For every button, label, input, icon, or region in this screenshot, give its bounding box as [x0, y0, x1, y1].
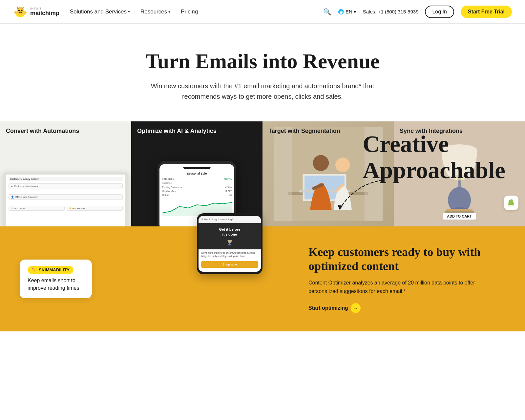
bottom-heading: Keep customers ready to buy with optimiz…: [308, 245, 505, 273]
email-phone-mockup: Subject: Forgot something? Get it before…: [197, 213, 262, 274]
logo-mailchimp: mailchimp: [30, 10, 59, 16]
resources-nav-link[interactable]: Resources ▾: [140, 9, 170, 15]
automations-tile[interactable]: Convert with Automations Customer Journe…: [0, 121, 131, 226]
bottom-description: Content Optimizer analyzes an average of…: [308, 279, 505, 295]
arrow-circle-icon: →: [351, 303, 361, 313]
nav-right: 🔍 🌐 EN ▾ Sales: +1 (800) 315-5939 Log In…: [323, 6, 512, 18]
creative-arrow: [336, 177, 389, 216]
logo-text: INTUIT mailchimp: [30, 7, 59, 16]
journey-title: Customer Journey Builder: [9, 177, 123, 181]
segmentation-label: Target with Segmentation: [268, 127, 340, 135]
freddie-icon: [13, 5, 28, 19]
bottom-left: ✏️ SKIMMABILITY Keep emails short to imp…: [0, 226, 289, 331]
svg-point-3: [23, 11, 27, 14]
solutions-label: Solutions and Services: [70, 9, 127, 15]
pricing-nav-link[interactable]: Pricing: [181, 9, 198, 15]
add-to-cart-button[interactable]: ADD TO CART: [443, 213, 476, 220]
email-subject-text: Subject: Forgot something?: [201, 218, 233, 221]
svg-point-13: [335, 158, 350, 172]
email-hero-text-2: it's gone: [222, 232, 237, 237]
hero-subtitle: Win new customers with the #1 email mark…: [148, 81, 377, 102]
journey-node-4: 🔔 Send Reminder: [67, 206, 123, 211]
nav-left: INTUIT mailchimp Solutions and Services …: [13, 5, 198, 19]
email-subject: Subject: Forgot something?: [199, 216, 261, 223]
skimmability-badge: ✏️ SKIMMABILITY: [28, 266, 74, 274]
logo[interactable]: INTUIT mailchimp: [13, 5, 59, 19]
svg-point-29: [228, 244, 231, 246]
ai-tile[interactable]: Optimize with AI & Analytics Seasonal Sa…: [131, 121, 262, 226]
journey-node-2: 👤 If/Else New Customer: [9, 194, 123, 200]
svg-text:SHOP: SHOP: [509, 204, 514, 206]
shopify-badge: SHOP: [504, 196, 518, 210]
journey-node-3: 📧 Send Discount: [9, 206, 65, 211]
resources-label: Resources: [140, 9, 167, 15]
skimmability-badge-label: SKIMMABILITY: [39, 268, 70, 273]
login-button[interactable]: Log In: [425, 6, 454, 18]
skimmability-card: ✏️ SKIMMABILITY Keep emails short to imp…: [20, 260, 92, 299]
solutions-nav-link[interactable]: Solutions and Services ▾: [70, 9, 130, 15]
start-optimizing-link[interactable]: Start optimizing →: [308, 303, 505, 313]
automations-label: Convert with Automations: [6, 127, 79, 135]
svg-point-12: [313, 155, 329, 171]
pricing-label: Pricing: [181, 9, 198, 15]
navbar: INTUIT mailchimp Solutions and Services …: [0, 0, 525, 24]
svg-point-6: [19, 11, 21, 12]
ai-label: Optimize with AI & Analytics: [137, 127, 217, 135]
shopify-icon: SHOP: [507, 199, 515, 207]
laptop-mockup: Customer Journey Builder ▶ Customer aban…: [3, 172, 128, 226]
sales-phone: Sales: +1 (800) 315-5939: [363, 9, 419, 14]
start-trial-button[interactable]: Start Free Trial: [461, 6, 512, 18]
hero-section: Turn Emails into Revenue Win new custome…: [115, 24, 410, 121]
email-hero-text-1: Get it before: [219, 227, 241, 232]
language-selector[interactable]: 🌐 EN ▾: [338, 9, 356, 15]
email-hero-image: Get it before it's gone: [199, 223, 261, 249]
resources-chevron-icon: ▾: [168, 10, 170, 14]
bottom-section: ✏️ SKIMMABILITY Keep emails short to imp…: [0, 226, 525, 331]
globe-icon: 🌐: [338, 9, 344, 15]
pencil-icon: ✏️: [32, 268, 37, 273]
svg-point-2: [14, 11, 17, 14]
stat-clicks: 3.5K Clicks +86.7%: [162, 177, 232, 181]
bottom-right: Keep customers ready to buy with optimiz…: [289, 226, 525, 331]
skimmability-text: Keep emails short to improve reading tim…: [28, 277, 84, 292]
solutions-chevron-icon: ▾: [128, 10, 130, 14]
email-body-text: We're more enamoured of our two pendants…: [199, 249, 261, 260]
creative-text-block: Creative Approachable: [363, 131, 505, 183]
stat-orders: Orders 43: [162, 193, 232, 197]
svg-rect-14: [274, 127, 292, 221]
creative-line1: Creative: [363, 131, 505, 157]
journey-node-1: ▶ Customer abandons cart: [9, 183, 123, 189]
search-icon[interactable]: 🔍: [323, 8, 331, 16]
hero-title: Turn Emails into Revenue: [121, 50, 404, 73]
email-lamp-icon: [223, 238, 236, 245]
stat-existing: Existing Customers 42.0%: [162, 185, 232, 189]
lang-label: EN: [346, 9, 352, 14]
start-optimizing-label: Start optimizing: [308, 305, 348, 311]
stat-unsubscribes: Unsubscribes 11,027: [162, 189, 232, 193]
email-shop-btn: Shop now: [201, 261, 258, 268]
campaign-title: Seasonal Sale: [162, 172, 232, 175]
lang-chevron-icon: ▾: [354, 9, 356, 15]
